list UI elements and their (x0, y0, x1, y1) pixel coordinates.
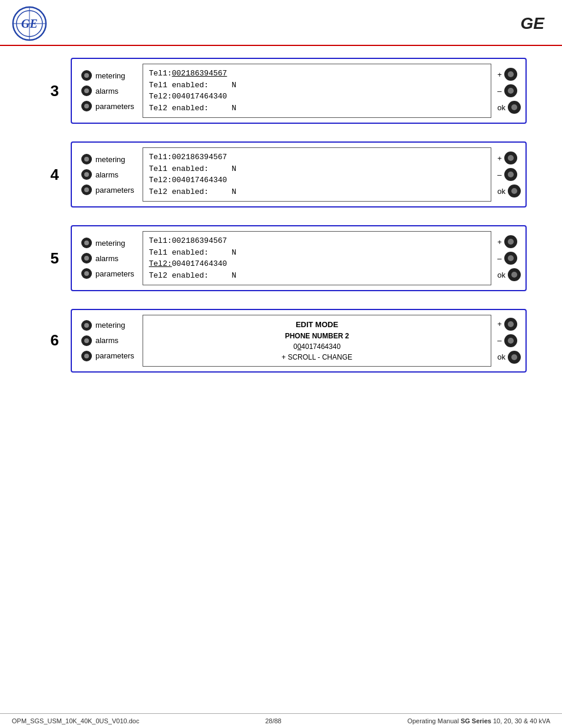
footer-manual-suffix: 10, 20, 30 & 40 kVA (491, 717, 550, 724)
plus-button-5[interactable]: + (497, 235, 517, 248)
edit-number-rest: 4017464340 (301, 342, 340, 351)
step-5-line-4: Tel2 enabled: N (149, 270, 485, 282)
ok-circle (508, 101, 521, 114)
step-6-number: 6 (35, 331, 71, 350)
metering-dot-4 (81, 154, 92, 164)
step-5-number: 5 (35, 249, 71, 268)
step-6-controls: + – ok (495, 310, 525, 371)
alarms-dot-5 (81, 253, 92, 263)
metering-dot-6 (81, 320, 92, 331)
alarms-dot-4 (81, 169, 92, 180)
main-content: 3 metering alarms parameters Tel1:002186… (0, 46, 562, 384)
plus-circle-4 (504, 151, 517, 164)
plus-button[interactable]: + (497, 68, 517, 81)
menu-item-alarms-5[interactable]: alarms (81, 253, 134, 263)
minus-button[interactable]: – (497, 84, 517, 97)
alarms-label-4: alarms (95, 170, 118, 179)
menu-item-parameters[interactable]: parameters (81, 101, 134, 111)
menu-item-parameters-5[interactable]: parameters (81, 268, 134, 279)
edit-commands: + SCROLL - CHANGE (149, 352, 485, 363)
ge-brand-text: GE (521, 14, 550, 33)
alarms-dot-6 (81, 335, 92, 346)
alarms-label-6: alarms (95, 336, 118, 345)
footer-manual-prefix: Operating Manual (407, 717, 461, 724)
step-4-controls: + – ok (495, 143, 525, 206)
plus-button-4[interactable]: + (497, 151, 517, 164)
step-5-line-2: Tel1 enabled: N (149, 247, 485, 259)
ok-button-4[interactable]: ok (497, 185, 521, 197)
step-6-menu: metering alarms parameters (72, 310, 139, 371)
ok-circle-6 (508, 351, 521, 364)
step-5-line-1: Tel1:002186394567 (149, 235, 485, 247)
alarms-label-5: alarms (95, 254, 118, 263)
edit-mode-title: EDIT MODE (149, 319, 485, 331)
minus-button-4[interactable]: – (497, 168, 517, 181)
alarms-label: alarms (95, 87, 118, 95)
step-4-panel: metering alarms parameters Tel1:00218639… (71, 141, 527, 207)
minus-button-6[interactable]: – (497, 334, 517, 347)
step-5-controls: + – ok (495, 226, 525, 290)
menu-item-alarms[interactable]: alarms (81, 85, 134, 96)
parameters-label-6: parameters (95, 351, 134, 360)
step-4-display: Tel1:002186394567 Tel1 enabled: N Tel2:0… (143, 147, 492, 202)
menu-item-parameters-6[interactable]: parameters (81, 351, 134, 361)
minus-button-5[interactable]: – (497, 252, 517, 265)
menu-item-metering[interactable]: metering (81, 70, 134, 81)
step-3-line-3: Tel2:004017464340 (149, 91, 485, 103)
minus-label-6: – (497, 336, 501, 345)
plus-circle-6 (504, 318, 517, 331)
ok-label-6: ok (497, 353, 505, 361)
metering-label-5: metering (95, 239, 125, 248)
menu-item-metering-6[interactable]: metering (81, 320, 134, 331)
menu-item-metering-5[interactable]: metering (81, 238, 134, 248)
metering-dot-5 (81, 238, 92, 248)
step-3-line-1: Tel1:002186394567 (149, 68, 485, 80)
ok-button[interactable]: ok (497, 101, 521, 114)
step-5-panel: metering alarms parameters Tel1:00218639… (71, 225, 527, 291)
page-header: GE GE (0, 0, 562, 41)
step-5-line-3: Tel2:004017464340 (149, 258, 485, 270)
parameters-label: parameters (95, 102, 134, 111)
menu-item-alarms-6[interactable]: alarms (81, 335, 134, 346)
minus-label-4: – (497, 170, 501, 179)
ge-logo: GE (12, 6, 47, 41)
plus-label-5: + (497, 238, 502, 246)
menu-item-alarms-4[interactable]: alarms (81, 169, 134, 180)
tel2-prefix: Tel2: (149, 259, 172, 268)
menu-item-parameters-4[interactable]: parameters (81, 185, 134, 195)
footer-filename: OPM_SGS_USM_10K_40K_0US_V010.doc (12, 717, 139, 724)
step-5-display: Tel1:002186394567 Tel1 enabled: N Tel2:0… (143, 231, 492, 285)
ok-circle-4 (508, 185, 521, 197)
step-4-number: 4 (35, 166, 71, 184)
minus-circle-5 (504, 252, 517, 265)
step-6-panel: metering alarms parameters EDIT MODE PHO… (71, 309, 527, 373)
plus-circle (504, 68, 517, 81)
parameters-dot-4 (81, 185, 92, 195)
parameters-label-4: parameters (95, 186, 134, 195)
ok-label: ok (497, 103, 505, 112)
step-3-line-4: Tel2 enabled: N (149, 103, 485, 114)
minus-label: – (497, 87, 501, 95)
ok-button-6[interactable]: ok (497, 351, 521, 364)
step-4-row: 4 metering alarms parameters Tel1:002186… (35, 141, 527, 207)
parameters-dot-5 (81, 268, 92, 279)
step-6-row: 6 metering alarms parameters EDIT MODE P… (35, 309, 527, 373)
ok-button-5[interactable]: ok (497, 268, 521, 281)
page-footer: OPM_SGS_USM_10K_40K_0US_V010.doc 28/88 O… (0, 713, 562, 728)
menu-item-metering-4[interactable]: metering (81, 154, 134, 164)
plus-label-6: + (497, 319, 502, 328)
step-6-display: EDIT MODE PHONE NUMBER 2 004017464340 + … (143, 315, 492, 367)
alarms-dot (81, 85, 92, 96)
step-4-line-3: Tel2:004017464340 (149, 174, 485, 186)
plus-button-6[interactable]: + (497, 318, 517, 331)
step-4-line-1: Tel1:002186394567 (149, 151, 485, 163)
parameters-dot (81, 101, 92, 111)
step-5-menu: metering alarms parameters (72, 226, 139, 290)
parameters-dot-6 (81, 351, 92, 361)
step-3-controls: + – ok (495, 59, 525, 123)
step-3-line-2: Tel1 enabled: N (149, 80, 485, 91)
metering-dot (81, 70, 92, 81)
edit-number-prefix: 0 (293, 342, 297, 351)
footer-manual-bold: SG Series (461, 717, 491, 724)
minus-label-5: – (497, 254, 501, 263)
